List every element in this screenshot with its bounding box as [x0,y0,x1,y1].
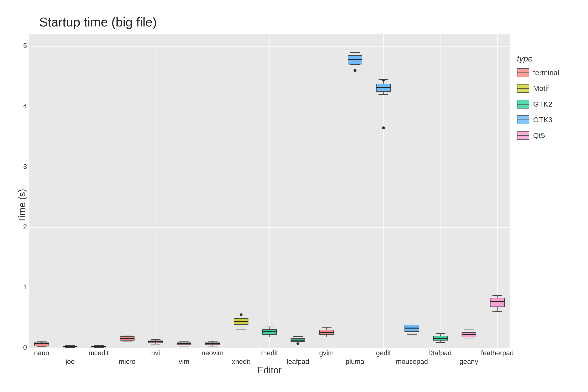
plot-region: 012345 [30,34,510,348]
median-line [63,346,78,347]
x-tick-label: joe [66,358,75,366]
legend-item-gtk3: GTK3 [517,116,571,124]
whisker-lower [497,307,498,312]
outlier-dot [382,79,385,82]
box-rect [490,298,505,307]
median-line [234,321,248,322]
median-line [462,334,476,335]
outlier-dot [382,126,385,129]
outlier-dot [354,69,356,72]
grid-line-v [213,34,213,348]
whisker-cap-lower [436,342,446,343]
whisker-upper [298,336,298,338]
legend-label: GTK2 [533,100,552,108]
x-tick-label: neovim [202,349,224,357]
chart-title: Startup time (big file) [39,15,578,30]
x-tick-label: mcedit [88,349,108,357]
y-tick-label: 3 [11,163,27,170]
whisker-cap-lower [179,346,189,346]
outlier-dot [296,342,300,345]
whisker-cap-upper [464,330,474,330]
whisker-cap-upper [264,326,274,327]
grid-line-v [298,34,298,348]
chart-container: Startup time (big file) Time (s) 012345 … [0,0,588,392]
whisker-lower [241,325,241,330]
median-line [205,343,220,344]
grid-line-v [99,34,99,348]
whisker-cap-lower [151,344,160,344]
whisker-upper [269,327,270,329]
whisker-cap-upper [65,345,75,346]
legend: type terminal Motif GTK2 GTK3 Qt5 [510,34,578,377]
median-line [120,338,134,339]
legend-color-box [517,84,529,93]
median-line [290,340,305,340]
whisker-cap-upper [208,341,218,342]
x-tick-label: pluma [346,358,364,366]
grid-line-v [127,34,128,348]
whisker-cap-lower [236,330,246,330]
x-tick-label: gvim [319,349,334,357]
x-tick-label: gedit [376,349,391,357]
x-axis-area: nanojoemceditmicronvivimneovimxneditmedi… [30,348,510,377]
legend-color-box [517,116,529,124]
legend-title: type [517,54,571,64]
whisker-cap-upper [293,336,303,337]
plot-and-x: 012345 nanojoemceditmicronvivimneovimxne… [30,34,510,377]
whisker-cap-lower [492,312,502,312]
median-line [433,338,448,339]
legend-label: Qt5 [533,131,545,140]
whisker-upper [440,334,441,336]
median-line [148,341,163,342]
median-line [348,59,362,60]
x-axis-label: Editor [30,365,510,376]
median-line [319,332,334,333]
whisker-upper [355,52,355,55]
whisker-cap-lower [208,346,218,346]
y-tick-label: 5 [11,42,27,50]
y-tick-label: 4 [11,102,27,110]
median-line [177,343,191,344]
legend-item-qt5: Qt5 [517,131,571,140]
whisker-cap-upper [179,341,189,342]
grid-line-v [355,34,355,348]
whisker-cap-upper [322,327,332,328]
legend-item-gtk2: GTK2 [517,100,571,108]
median-line [92,346,106,347]
x-tick-label: micro [119,358,136,366]
grid-line-v [70,34,70,348]
legend-item-motif: Motif [517,84,571,93]
legend-label: terminal [533,68,559,77]
whisker-cap-lower [122,342,132,342]
x-tick-label: xnedit [232,358,250,366]
median-line [376,87,391,88]
grid-line-v [412,34,412,348]
whisker-cap-lower [378,94,388,95]
legend-items: terminal Motif GTK2 GTK3 Qt5 [517,68,571,147]
median-line [262,331,277,332]
grid-line-v [184,34,184,348]
whisker-cap-upper [407,322,417,322]
x-tick-label: leafpad [287,358,309,366]
x-tick-label: l3afpad [429,349,452,357]
y-axis-label: Time (s) [15,34,30,377]
whisker-cap-lower [322,337,332,337]
median-line [404,328,419,328]
x-ticks: nanojoemceditmicronvivimneovimxneditmedi… [30,348,510,362]
y-tick-label: 1 [11,283,27,291]
grid-line-v [469,34,469,348]
whisker-cap-upper [492,295,502,296]
median-line [490,301,505,302]
whisker-cap-lower [464,338,474,339]
y-tick-label: 2 [11,223,27,231]
whisker-cap-upper [350,52,360,53]
x-tick-label: nvi [151,349,160,357]
median-line [34,343,49,344]
whisker-cap-upper [151,339,160,340]
grid-line-v [440,34,441,348]
y-tick-label: 0 [11,344,27,351]
whisker-cap-upper [94,345,104,346]
whisker-upper [497,296,498,298]
legend-color-box [517,68,529,77]
whisker-upper [469,330,469,332]
